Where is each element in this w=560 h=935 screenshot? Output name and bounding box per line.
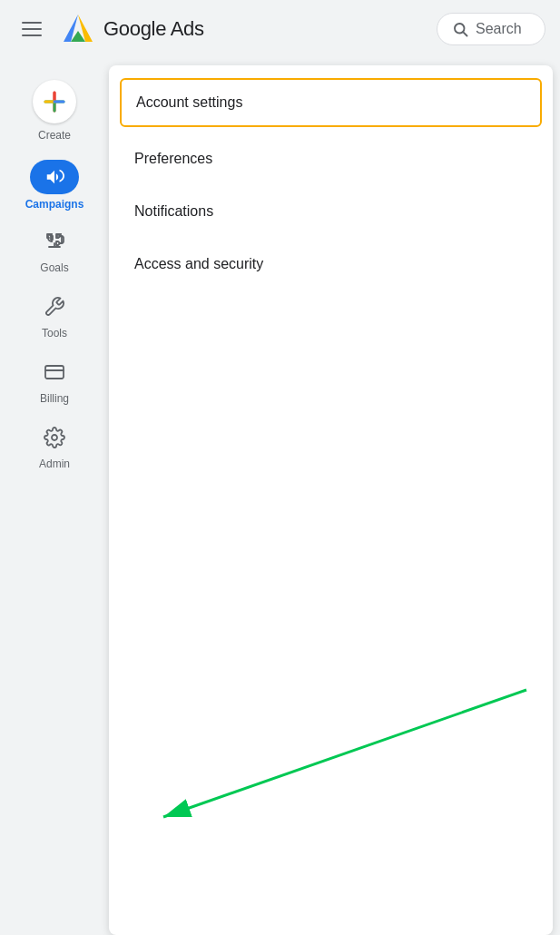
search-label: Search (476, 21, 522, 37)
plus-icon (42, 89, 67, 114)
svg-line-5 (463, 32, 467, 35)
sidebar-item-campaigns[interactable]: Campaigns (0, 154, 109, 218)
sidebar-item-tools-label: Tools (42, 327, 67, 340)
menu-item-preferences-label: Preferences (134, 151, 212, 167)
billing-icon (44, 361, 65, 389)
sidebar-item-goals[interactable]: Goals (0, 221, 109, 283)
sidebar-item-goals-label: Goals (40, 261, 68, 274)
header: Google Ads Search (0, 0, 560, 58)
sidebar-item-admin[interactable]: Admin (0, 418, 109, 479)
menu-item-access-security[interactable]: Access and security (109, 238, 553, 290)
menu-item-notifications-label: Notifications (134, 203, 213, 220)
sidebar-item-create-label: Create (38, 129, 71, 142)
goals-icon (44, 231, 65, 258)
google-ads-logo-icon (60, 11, 96, 47)
search-box[interactable]: Search (437, 13, 545, 45)
svg-point-14 (52, 435, 57, 440)
hamburger-menu[interactable] (15, 15, 49, 44)
menu-item-access-security-label: Access and security (134, 256, 263, 272)
sidebar-item-admin-label: Admin (39, 458, 70, 470)
logo-area: Google Ads (60, 11, 204, 47)
create-circle (33, 80, 76, 123)
sidebar: Create Campaigns (0, 58, 109, 935)
sidebar-item-billing[interactable]: Billing (0, 352, 109, 414)
menu-item-account-settings[interactable]: Account settings (120, 78, 542, 127)
main-layout: Create Campaigns (0, 58, 560, 935)
svg-rect-12 (45, 366, 64, 379)
sidebar-item-tools[interactable]: Tools (0, 287, 109, 349)
admin-gear-icon (44, 427, 65, 454)
sidebar-item-billing-label: Billing (40, 392, 69, 405)
campaigns-icon (44, 167, 64, 187)
menu-item-preferences[interactable]: Preferences (109, 133, 553, 185)
campaigns-pill (30, 160, 79, 194)
sidebar-item-create[interactable]: Create (0, 73, 109, 151)
menu-item-notifications[interactable]: Notifications (109, 185, 553, 238)
tools-icon (44, 296, 65, 323)
sidebar-item-campaigns-label: Campaigns (25, 198, 84, 211)
svg-line-16 (163, 690, 526, 817)
search-icon (452, 21, 468, 37)
app-title: Google Ads (103, 17, 204, 41)
dropdown-menu: Account settings Preferences Notificatio… (109, 65, 553, 935)
menu-item-account-settings-label: Account settings (136, 94, 242, 111)
annotation-arrow (109, 681, 560, 862)
